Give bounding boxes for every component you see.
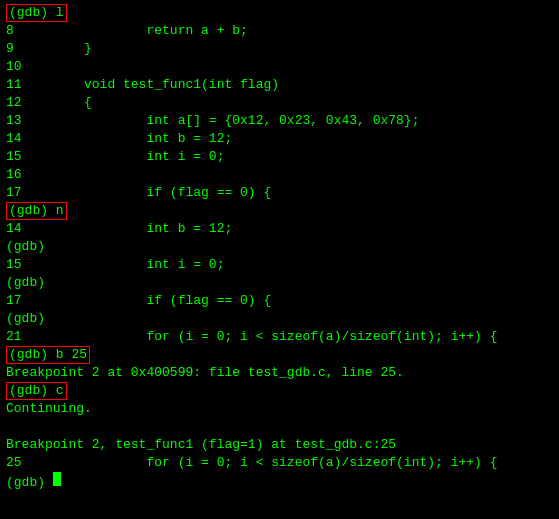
code-line-15b: 15 int i = 0; [6, 256, 553, 274]
line-gdb-cursor[interactable]: (gdb) [6, 472, 553, 492]
code-line-21: 21 for (i = 0; i < sizeof(a)/sizeof(int)… [6, 328, 553, 346]
prompt-gdb-c: (gdb) c [6, 382, 67, 400]
terminal: (gdb) l 8 return a + b; 9 } 10 11 void t… [0, 0, 559, 519]
prompt-gdb-n: (gdb) n [6, 202, 67, 220]
prompt-gdb-b25: (gdb) b 25 [6, 346, 90, 364]
line-gdb-l: (gdb) l [6, 4, 553, 22]
code-line-8: 8 return a + b; [6, 22, 553, 40]
blank-line [6, 418, 553, 436]
code-line-9: 9 } [6, 40, 553, 58]
code-line-10: 10 [6, 58, 553, 76]
breakpoint-msg: Breakpoint 2 at 0x400599: file test_gdb.… [6, 364, 553, 382]
code-line-13: 13 int a[] = {0x12, 0x23, 0x43, 0x78}; [6, 112, 553, 130]
code-line-14: 14 int b = 12; [6, 130, 553, 148]
line-gdb-c: (gdb) c [6, 382, 553, 400]
prompt-gdb-l: (gdb) l [6, 4, 67, 22]
line-gdb-b25: (gdb) b 25 [6, 346, 553, 364]
code-line-16: 16 [6, 166, 553, 184]
breakpoint-hit-msg: Breakpoint 2, test_func1 (flag=1) at tes… [6, 436, 553, 454]
code-line-12: 12 { [6, 94, 553, 112]
code-line-14b: 14 int b = 12; [6, 220, 553, 238]
line-gdb-2: (gdb) [6, 274, 553, 292]
code-line-25: 25 for (i = 0; i < sizeof(a)/sizeof(int)… [6, 454, 553, 472]
continuing-msg: Continuing. [6, 400, 553, 418]
code-line-17b: 17 if (flag == 0) { [6, 292, 553, 310]
line-gdb-n: (gdb) n [6, 202, 553, 220]
terminal-cursor [53, 472, 61, 486]
code-line-15: 15 int i = 0; [6, 148, 553, 166]
code-line-11: 11 void test_func1(int flag) [6, 76, 553, 94]
line-gdb-3: (gdb) [6, 310, 553, 328]
line-gdb-1: (gdb) [6, 238, 553, 256]
code-line-17: 17 if (flag == 0) { [6, 184, 553, 202]
